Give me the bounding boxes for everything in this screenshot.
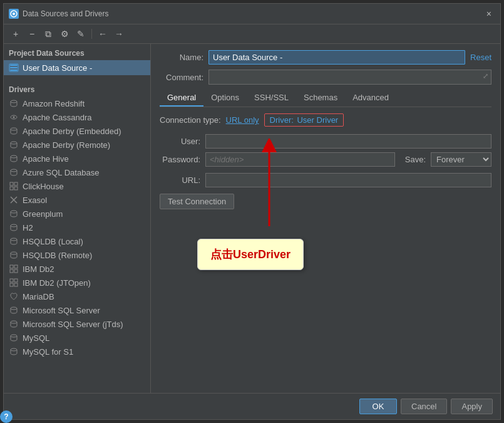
tab-advanced[interactable]: Advanced xyxy=(345,90,396,107)
save-select[interactable]: ForeverUntil restartNever xyxy=(431,152,491,167)
tab-schemas[interactable]: Schemas xyxy=(296,90,345,107)
driver-item[interactable]: Apache Hive xyxy=(4,152,150,165)
user-row: User: xyxy=(160,134,491,149)
password-row: Password: Save: ForeverUntil restartNeve… xyxy=(160,152,491,167)
driver-item[interactable]: Apache Derby (Embedded) xyxy=(4,124,150,138)
tooltip-annotation: 点击UserDriver xyxy=(197,239,304,270)
svg-rect-28 xyxy=(14,279,18,282)
remove-button[interactable]: − xyxy=(25,27,39,41)
driver-item-label: H2 xyxy=(23,223,33,232)
driver-item[interactable]: MySQL for S1 xyxy=(4,345,150,358)
help-icon[interactable]: ? xyxy=(0,410,13,423)
title-bar-text: Data Sources and Drivers xyxy=(23,9,479,18)
svg-point-31 xyxy=(11,307,17,310)
driver-item[interactable]: MySQL xyxy=(4,331,150,345)
drivers-section-header: Drivers xyxy=(4,80,150,97)
connection-type-label: Connection type: xyxy=(160,115,221,125)
url-only-link[interactable]: URL only xyxy=(226,115,259,125)
save-label: Save: xyxy=(405,155,426,164)
drivers-section: Drivers Amazon RedshiftApache CassandraA… xyxy=(4,80,150,358)
tab-options[interactable]: Options xyxy=(203,90,247,107)
close-button[interactable]: × xyxy=(483,8,495,20)
driver-item-label: IBM Db2 xyxy=(23,264,54,274)
password-input[interactable] xyxy=(205,152,395,167)
cancel-button[interactable]: Cancel xyxy=(401,399,447,414)
toolbar: + − ⧉ ⚙ ✎ ← → xyxy=(4,24,500,44)
project-data-source-item[interactable]: User Data Source - xyxy=(4,60,150,75)
expand-icon: ⤢ xyxy=(483,72,488,80)
driver-item[interactable]: HSQLDB (Remote) xyxy=(4,248,150,262)
app-icon xyxy=(9,9,19,19)
content-area: Project Data Sources User Data Source - … xyxy=(4,44,500,393)
driver-item[interactable]: HSQLDB (Local) xyxy=(4,234,150,248)
right-panel-inner: Connection type: URL only Driver: User D… xyxy=(160,113,491,387)
url-label: URL: xyxy=(160,175,200,185)
svg-point-33 xyxy=(11,335,17,337)
svg-rect-2 xyxy=(10,65,18,66)
svg-point-22 xyxy=(11,252,17,254)
driver-item[interactable]: Greenplum xyxy=(4,207,150,221)
driver-item[interactable]: Apache Derby (Remote) xyxy=(4,138,150,152)
driver-item-label: Apache Hive xyxy=(23,154,69,164)
help-area: ? xyxy=(11,399,356,414)
svg-rect-3 xyxy=(10,67,18,68)
svg-point-10 xyxy=(11,142,17,144)
name-input[interactable] xyxy=(208,50,465,65)
tab-ssh-ssl[interactable]: SSH/SSL xyxy=(247,90,296,107)
driver-item-icon xyxy=(9,319,19,329)
driver-item[interactable]: Azure SQL Database xyxy=(4,165,150,179)
driver-item-icon xyxy=(9,154,19,164)
driver-item-label: Exasol xyxy=(23,196,47,205)
driver-item[interactable]: Amazon Redshift xyxy=(4,97,150,110)
add-button[interactable]: + xyxy=(9,27,23,41)
driver-button[interactable]: Driver: User Driver xyxy=(264,113,344,127)
svg-rect-16 xyxy=(14,187,18,190)
project-section-header: Project Data Sources xyxy=(4,44,150,60)
ok-button[interactable]: OK xyxy=(359,399,397,414)
driver-item-icon xyxy=(9,195,19,205)
url-row: URL: xyxy=(160,173,491,187)
edit-button[interactable]: ✎ xyxy=(74,27,88,41)
driver-item-icon xyxy=(9,140,19,150)
svg-point-6 xyxy=(11,100,17,103)
reset-link[interactable]: Reset xyxy=(470,53,491,62)
tab-general[interactable]: General xyxy=(160,90,203,107)
driver-item[interactable]: H2 xyxy=(4,221,150,234)
apply-button[interactable]: Apply xyxy=(451,399,493,414)
forward-button[interactable]: → xyxy=(112,27,126,41)
copy-button[interactable]: ⧉ xyxy=(41,27,55,41)
driver-item-label: HSQLDB (Remote) xyxy=(23,251,92,260)
driver-item-label: Apache Derby (Remote) xyxy=(23,140,110,150)
svg-rect-13 xyxy=(10,182,13,185)
svg-rect-4 xyxy=(10,70,18,71)
driver-item[interactable]: MariaDB xyxy=(4,290,150,303)
settings-button[interactable]: ⚙ xyxy=(58,27,71,41)
driver-item[interactable]: Apache Cassandra xyxy=(4,110,150,124)
svg-point-8 xyxy=(13,117,15,118)
bottom-bar: ? OK Cancel Apply xyxy=(4,393,500,419)
back-button[interactable]: ← xyxy=(96,27,110,41)
svg-rect-26 xyxy=(14,269,18,273)
right-panel: Name: Reset Comment: ⤢ GeneralOptionsSSH… xyxy=(151,44,500,393)
user-input[interactable] xyxy=(205,134,491,149)
driver-item[interactable]: Microsoft SQL Server xyxy=(4,303,150,317)
svg-point-34 xyxy=(11,348,17,351)
driver-item[interactable]: Exasol xyxy=(4,193,150,207)
driver-item[interactable]: ClickHouse xyxy=(4,179,150,193)
driver-item[interactable]: IBM Db2 xyxy=(4,262,150,276)
svg-point-1 xyxy=(13,13,15,15)
url-input[interactable] xyxy=(205,173,491,187)
driver-item-label: Azure SQL Database xyxy=(23,168,99,177)
svg-rect-24 xyxy=(14,265,18,268)
title-bar: Data Sources and Drivers × xyxy=(4,4,500,24)
driver-item-label: Greenplum xyxy=(23,209,63,219)
driver-item[interactable]: IBM Db2 (JTOpen) xyxy=(4,276,150,290)
svg-point-19 xyxy=(11,211,17,213)
driver-item-icon xyxy=(9,236,19,246)
driver-item-icon xyxy=(9,98,19,108)
comment-input-wrapper[interactable]: ⤢ xyxy=(208,70,491,85)
driver-item-icon xyxy=(9,278,19,288)
driver-item-icon xyxy=(9,112,19,122)
driver-item[interactable]: Microsoft SQL Server (jTds) xyxy=(4,317,150,331)
test-connection-button[interactable]: Test Connection xyxy=(160,194,234,209)
